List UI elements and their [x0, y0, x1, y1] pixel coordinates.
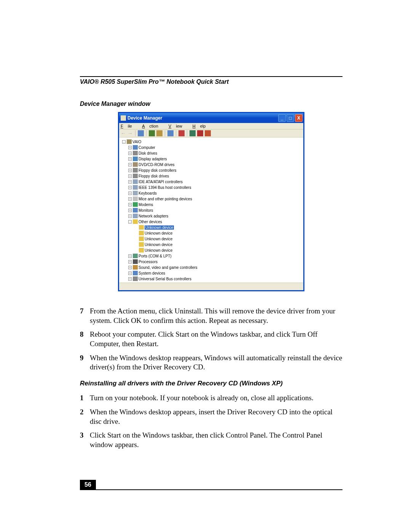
disable-icon[interactable] [197, 130, 203, 136]
uninstall-icon[interactable] [205, 130, 211, 136]
floppy-icon [133, 174, 138, 178]
keyboard-icon [133, 191, 138, 195]
step: 9When the Windows desktop reappears, Win… [80, 353, 342, 372]
menu-help[interactable]: Help [193, 124, 210, 128]
tree-node[interactable]: Unknown device [120, 230, 303, 236]
1394-icon [133, 185, 138, 190]
expand-box[interactable]: + [128, 272, 132, 275]
tool-icon[interactable] [167, 130, 174, 136]
expand-box[interactable]: + [128, 146, 132, 149]
disk-icon [133, 151, 138, 155]
expand-box[interactable]: + [128, 157, 132, 161]
tree-node[interactable]: +Computer [120, 145, 303, 150]
header-rule [80, 76, 342, 77]
separator [176, 130, 176, 136]
tree-node[interactable]: +Modems [120, 202, 303, 207]
expand-box[interactable]: + [128, 254, 132, 258]
port-icon [133, 254, 138, 258]
tree-node[interactable]: Unknown device [120, 225, 303, 230]
expand-box[interactable]: + [128, 209, 132, 212]
tree-node[interactable]: +Disk drives [120, 150, 303, 156]
expand-box[interactable]: + [128, 266, 132, 269]
scan-icon[interactable] [190, 130, 196, 136]
page-number: 56 [80, 480, 96, 490]
expand-box[interactable]: - [122, 140, 126, 144]
device-tree: -VAIO+Computer+Disk drives+Display adapt… [119, 137, 303, 283]
expand-box[interactable]: + [128, 186, 132, 189]
expand-box[interactable]: + [128, 174, 132, 178]
tree-node-label: Floppy disk controllers [139, 168, 176, 173]
minimize-button[interactable]: _ [278, 114, 286, 122]
step-text: When the Windows desktop reappears, Wind… [90, 353, 342, 372]
tree-node[interactable]: -Other devices [120, 219, 303, 224]
tree-node-label: IEEE 1394 Bus host controllers [139, 185, 191, 190]
menu-view[interactable]: View [169, 124, 187, 128]
titlebar: Device Manager _ □ X [119, 113, 303, 123]
expand-box[interactable]: + [128, 163, 132, 166]
expand-box[interactable]: + [128, 214, 132, 218]
tree-node-label: Processors [139, 260, 158, 264]
expand-box[interactable]: + [128, 260, 132, 264]
tree-node[interactable]: +System devices [120, 270, 303, 276]
expand-box[interactable]: + [128, 169, 132, 172]
monitor-icon [133, 208, 138, 212]
tree-node[interactable]: Unknown device [120, 236, 303, 241]
forward-icon[interactable]: → [127, 130, 133, 136]
expand-box[interactable]: - [128, 220, 132, 224]
tree-node-label: Computer [139, 145, 155, 150]
separator [165, 130, 165, 136]
step-number: 7 [80, 307, 90, 325]
tool-icon[interactable] [149, 130, 155, 136]
tool-icon[interactable] [138, 130, 144, 136]
tree-node[interactable]: +Keyboards [120, 190, 303, 196]
tree-node[interactable]: +Mice and other pointing devices [120, 196, 303, 201]
toolbar: ← → [119, 129, 303, 137]
expand-box[interactable]: + [128, 197, 132, 201]
tree-node[interactable]: +DVD/CD-ROM drives [120, 162, 303, 167]
tool-icon[interactable] [156, 130, 162, 136]
expand-box[interactable]: + [128, 203, 132, 206]
tree-node[interactable]: +Floppy disk drives [120, 173, 303, 179]
separator [135, 130, 135, 136]
tree-node[interactable]: +Sound, video and game controllers [120, 265, 303, 270]
tree-node[interactable]: Unknown device [120, 242, 303, 247]
tree-node[interactable]: +Display adapters [120, 156, 303, 161]
tree-node-label: System devices [139, 271, 165, 275]
tree-node-label: Network adapters [139, 214, 168, 218]
expand-box[interactable]: + [128, 180, 132, 184]
dvd-icon [133, 162, 138, 167]
tree-node-label: Sound, video and game controllers [139, 265, 198, 270]
back-icon[interactable]: ← [121, 130, 126, 136]
tree-node[interactable]: Unknown device [120, 248, 303, 253]
tree-node[interactable]: +IEEE 1394 Bus host controllers [120, 185, 303, 190]
net-icon [133, 214, 138, 218]
menu-file[interactable]: File [121, 124, 137, 128]
tree-node-label: Other devices [139, 220, 162, 224]
tree-node[interactable]: +Ports (COM & LPT) [120, 253, 303, 259]
display-icon [133, 157, 138, 161]
proc-icon [133, 259, 138, 264]
sound-icon [133, 265, 138, 270]
tree-node[interactable]: +Universal Serial Bus controllers [120, 276, 303, 281]
tree-node[interactable]: -VAIO [120, 139, 303, 144]
tree-node[interactable]: +Floppy disk controllers [120, 168, 303, 173]
tree-node-label: VAIO [132, 140, 141, 144]
tree-node[interactable]: +Processors [120, 259, 303, 264]
device-manager-window: Device Manager _ □ X File Action View He… [118, 112, 304, 291]
tree-node[interactable]: +IDE ATA/ATAPI controllers [120, 179, 303, 184]
tree-node[interactable]: +Network adapters [120, 213, 303, 219]
tree-node-label: Unknown device [145, 243, 172, 247]
expand-box[interactable]: + [128, 152, 132, 155]
figure: Device Manager _ □ X File Action View He… [80, 112, 342, 291]
statusbar [119, 283, 303, 290]
close-button[interactable]: X [295, 114, 303, 122]
step-number: 3 [80, 431, 90, 449]
menu-action[interactable]: Action [142, 124, 163, 128]
tree-node[interactable]: +Monitors [120, 208, 303, 213]
tool-icon[interactable] [178, 130, 185, 136]
expand-box[interactable]: + [128, 192, 132, 195]
maximize-button[interactable]: □ [287, 114, 294, 122]
expand-box[interactable]: + [128, 277, 132, 281]
tree-node-label: Unknown device [145, 237, 172, 241]
steps-list: 7From the Action menu, click Uninstall. … [80, 307, 342, 372]
